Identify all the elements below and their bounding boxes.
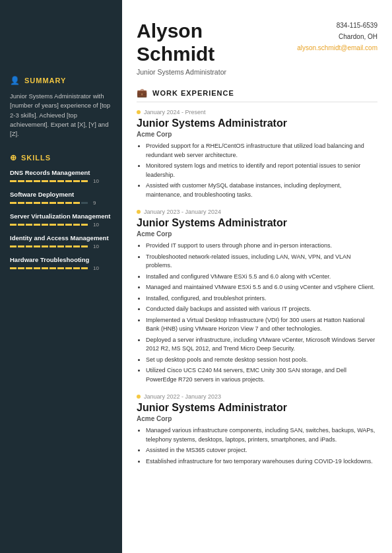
bullet-item: Installed and configured VMware ESXi 5.5… bbox=[146, 273, 377, 282]
bullet-item: Managed various infrastructure component… bbox=[146, 426, 377, 444]
work-section-title: 💼 WORK EXPERIENCE bbox=[137, 88, 377, 102]
job-bullets: Provided support for a RHEL/CentOS infra… bbox=[137, 142, 377, 199]
skill-bar: 10 bbox=[10, 178, 112, 184]
bullet-item: Installed, configured, and troubleshot p… bbox=[146, 294, 377, 304]
job-bullets: Provided IT support to users through pho… bbox=[137, 242, 377, 384]
skill-bar: 9 bbox=[10, 200, 112, 206]
bullet-item: Established infrastructure for two tempo… bbox=[146, 457, 377, 467]
skills-list: DNS Records Management10Software Deploym… bbox=[10, 169, 112, 271]
job-subtitle: Junior Systems Administrator bbox=[137, 68, 377, 76]
sidebar: 👤 SUMMARY Junior Systems Administrator w… bbox=[0, 0, 122, 553]
skill-item: Identity and Access Management10 bbox=[10, 234, 112, 249]
last-name: Schmidt bbox=[137, 43, 214, 65]
skill-bar: 10 bbox=[10, 244, 112, 249]
skills-icon: ⊕ bbox=[10, 153, 17, 162]
skills-section-title: ⊕ SKILLS bbox=[10, 153, 112, 162]
email[interactable]: alyson.schmidt@email.com bbox=[297, 42, 377, 53]
job-date: January 2023 - January 2024 bbox=[137, 209, 377, 215]
main-content: Alyson Schmidt 834-115-6539 Chardon, OH … bbox=[122, 0, 392, 553]
summary-section-title: 👤 SUMMARY bbox=[10, 76, 112, 85]
person-icon: 👤 bbox=[10, 76, 20, 85]
skill-name: Software Deployment bbox=[10, 191, 112, 198]
skill-score: 10 bbox=[93, 244, 99, 249]
bullet-item: Provided IT support to users through pho… bbox=[146, 242, 377, 251]
work-entry: January 2022 - January 2023Junior System… bbox=[137, 393, 377, 466]
skill-score: 10 bbox=[93, 178, 99, 184]
skill-name: Identity and Access Management bbox=[10, 234, 112, 242]
briefcase-icon: 💼 bbox=[137, 88, 148, 98]
job-company: Acme Corp bbox=[137, 230, 377, 238]
job-company: Acme Corp bbox=[137, 415, 377, 422]
job-bullets: Managed various infrastructure component… bbox=[137, 426, 377, 466]
job-date: January 2024 - Present bbox=[137, 109, 377, 115]
skill-item: Hardware Troubleshooting10 bbox=[10, 256, 112, 271]
work-entry: January 2023 - January 2024Junior System… bbox=[137, 209, 377, 384]
bullet-item: Assisted in the MS365 cutover project. bbox=[146, 446, 377, 455]
bullet-item: Managed and maintained VMware ESXi 5.5 a… bbox=[146, 283, 377, 292]
bullet-item: Assisted with customer MySQL database in… bbox=[146, 181, 377, 199]
job-title: Junior Systems Administrator bbox=[137, 402, 377, 414]
job-title: Junior Systems Administrator bbox=[137, 117, 377, 129]
bullet-item: Monitored system logs and metrics to ide… bbox=[146, 162, 377, 179]
name-block: Alyson Schmidt bbox=[137, 20, 214, 65]
location: Chardon, OH bbox=[297, 31, 377, 42]
bullet-item: Utilized Cisco UCS C240 M4 servers, EMC … bbox=[146, 366, 377, 384]
contact-block: 834-115-6539 Chardon, OH alyson.schmidt@… bbox=[297, 20, 377, 53]
bullet-item: Deployed a server infrastructure, includ… bbox=[146, 336, 377, 354]
full-name: Alyson Schmidt bbox=[137, 20, 214, 65]
bullet-item: Provided support for a RHEL/CentOS infra… bbox=[146, 142, 377, 160]
work-entry: January 2024 - PresentJunior Systems Adm… bbox=[137, 109, 377, 199]
bullet-item: Implemented a Virtual Desktop Infrastruc… bbox=[146, 316, 377, 334]
job-company: Acme Corp bbox=[137, 131, 377, 138]
skill-name: Hardware Troubleshooting bbox=[10, 256, 112, 263]
skill-score: 9 bbox=[93, 200, 96, 206]
skill-item: Software Deployment9 bbox=[10, 191, 112, 206]
summary-text: Junior Systems Administrator with [numbe… bbox=[10, 92, 112, 139]
job-title: Junior Systems Administrator bbox=[137, 217, 377, 229]
first-name: Alyson bbox=[137, 20, 203, 42]
bullet-item: Set up desktop pools and remote desktop … bbox=[146, 356, 377, 365]
skill-bar: 10 bbox=[10, 222, 112, 228]
bullet-item: Troubleshooted network-related issues, i… bbox=[146, 253, 377, 271]
skill-name: DNS Records Management bbox=[10, 169, 112, 176]
job-date: January 2022 - January 2023 bbox=[137, 393, 377, 400]
jobs-list: January 2024 - PresentJunior Systems Adm… bbox=[137, 109, 377, 466]
skill-score: 10 bbox=[93, 265, 99, 271]
skill-item: DNS Records Management10 bbox=[10, 169, 112, 184]
skill-score: 10 bbox=[93, 222, 99, 228]
skill-name: Server Virtualization Management bbox=[10, 212, 112, 220]
skill-item: Server Virtualization Management10 bbox=[10, 212, 112, 228]
header: Alyson Schmidt 834-115-6539 Chardon, OH … bbox=[137, 20, 377, 65]
phone: 834-115-6539 bbox=[297, 20, 377, 31]
skill-bar: 10 bbox=[10, 265, 112, 271]
bullet-item: Conducted daily backups and assisted wit… bbox=[146, 305, 377, 314]
